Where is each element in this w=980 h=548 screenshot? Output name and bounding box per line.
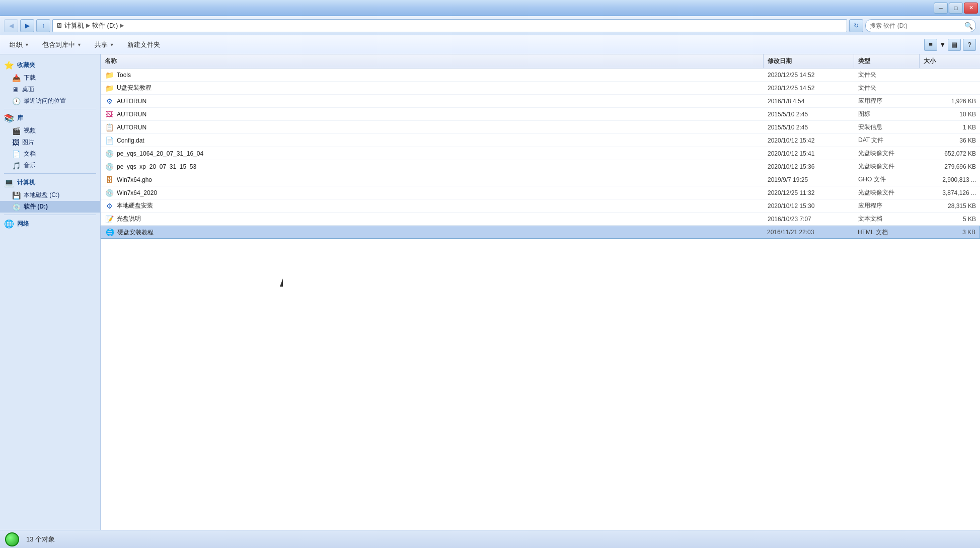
file-date-cell: 2016/11/21 22:03 (763, 229, 854, 236)
file-date-cell: 2020/10/12 15:42 (764, 137, 854, 144)
col-size-header[interactable]: 大小 (920, 54, 980, 68)
file-name: U盘安装教程 (117, 84, 152, 92)
file-icon: 📝 (105, 215, 114, 224)
sidebar-item-download[interactable]: 📥 下载 (0, 72, 100, 84)
file-name: Config.dat (117, 137, 144, 144)
file-name: 本地硬盘安装 (117, 201, 153, 210)
breadcrumb-computer: 计算机 (64, 21, 84, 30)
table-row[interactable]: 📁 Tools 2020/12/25 14:52 文件夹 (101, 68, 980, 82)
table-row[interactable]: 💿 pe_yqs_1064_20_07_31_16_04 2020/10/12 … (101, 147, 980, 160)
sidebar-item-music[interactable]: 🎵 音乐 (0, 160, 100, 171)
refresh-button[interactable]: ↻ (849, 19, 863, 32)
file-type-cell: 文件夹 (854, 84, 920, 92)
doc-label: 文档 (24, 150, 36, 158)
up-button[interactable]: ↑ (36, 19, 50, 32)
video-label: 视频 (24, 126, 36, 135)
table-row[interactable]: 📁 U盘安装教程 2020/12/25 14:52 文件夹 (101, 82, 980, 95)
file-icon: 🖼 (105, 110, 114, 119)
organize-label: 组织 (10, 40, 23, 49)
sidebar-item-video[interactable]: 🎬 视频 (0, 125, 100, 136)
file-date-cell: 2015/5/10 2:45 (764, 124, 854, 131)
computer-icon: 💻 (4, 178, 14, 187)
organize-button[interactable]: 组织 ▼ (4, 38, 35, 52)
share-button[interactable]: 共享 ▼ (89, 38, 120, 52)
file-type-cell: GHO 文件 (854, 175, 920, 184)
help-button[interactable]: ? (963, 39, 976, 51)
table-row[interactable]: 🗄 Win7x64.gho 2019/9/7 19:25 GHO 文件 2,90… (101, 173, 980, 186)
file-type-cell: 光盘映像文件 (854, 162, 920, 171)
close-button[interactable]: ✕ (964, 3, 978, 14)
file-name: Win7x64.gho (117, 176, 152, 183)
view-panel-button[interactable]: ▤ (948, 39, 961, 51)
file-name: AUTORUN (117, 98, 146, 105)
include-library-button[interactable]: 包含到库中 ▼ (37, 38, 87, 52)
sidebar-item-image[interactable]: 🖼 图片 (0, 136, 100, 148)
col-date-header[interactable]: 修改日期 (764, 54, 854, 68)
new-folder-button[interactable]: 新建文件夹 (122, 38, 166, 52)
table-row[interactable]: ⚙ AUTORUN 2016/1/8 4:54 应用程序 1,926 KB (101, 95, 980, 108)
maximize-button[interactable]: □ (949, 3, 963, 14)
col-type-header[interactable]: 类型 (854, 54, 920, 68)
table-row[interactable]: 📄 Config.dat 2020/10/12 15:42 DAT 文件 36 … (101, 134, 980, 147)
recent-label: 最近访问的位置 (24, 97, 66, 105)
table-row[interactable]: 🖼 AUTORUN 2015/5/10 2:45 图标 10 KB (101, 108, 980, 121)
sidebar-item-recent[interactable]: 🕐 最近访问的位置 (0, 95, 100, 107)
table-row[interactable]: 🌐 硬盘安装教程 2016/11/21 22:03 HTML 文档 3 KB (101, 226, 980, 239)
view-button[interactable]: ≡ (924, 39, 937, 51)
table-row[interactable]: 💿 Win7x64_2020 2020/12/25 11:32 光盘映像文件 3… (101, 186, 980, 199)
addressbar: ◀ ▶ ↑ 🖥 计算机 ▶ 软件 (D:) ▶ ↻ 🔍 (0, 16, 980, 35)
view-arrow[interactable]: ▼ (939, 41, 946, 48)
file-name-cell: 📁 Tools (101, 71, 764, 80)
file-type-cell: DAT 文件 (854, 136, 920, 145)
file-name-cell: 🖼 AUTORUN (101, 110, 764, 119)
doc-icon: 📄 (12, 150, 21, 158)
file-date-cell: 2020/10/12 15:36 (764, 163, 854, 170)
computer-icon: 🖥 (56, 22, 62, 29)
recent-icon: 🕐 (12, 97, 21, 105)
search-input[interactable] (865, 19, 976, 32)
status-count: 13 个对象 (26, 535, 55, 544)
sidebar-item-doc[interactable]: 📄 文档 (0, 148, 100, 160)
table-row[interactable]: 📝 光盘说明 2016/10/23 7:07 文本文档 5 KB (101, 213, 980, 226)
download-icon: 📥 (12, 74, 21, 82)
favorites-label: 收藏夹 (17, 61, 35, 70)
file-icon: 💿 (105, 149, 114, 158)
library-header[interactable]: 📚 库 (0, 111, 100, 125)
network-section: 🌐 网络 (0, 217, 100, 231)
forward-button[interactable]: ▶ (20, 19, 34, 32)
table-row[interactable]: ⚙ 本地硬盘安装 2020/10/12 15:30 应用程序 28,315 KB (101, 199, 980, 213)
status-logo-circle (5, 532, 19, 546)
file-name-cell: 💿 pe_yqs_xp_20_07_31_15_53 (101, 162, 764, 171)
address-path[interactable]: 🖥 计算机 ▶ 软件 (D:) ▶ (52, 19, 847, 32)
sidebar-item-software-d[interactable]: 💿 软件 (D:) (0, 201, 100, 213)
network-icon: 🌐 (4, 219, 14, 229)
table-row[interactable]: 📋 AUTORUN 2015/5/10 2:45 安装信息 1 KB (101, 121, 980, 134)
network-header[interactable]: 🌐 网络 (0, 217, 100, 231)
sidebar-item-local-c[interactable]: 💾 本地磁盘 (C:) (0, 189, 100, 201)
toolbar-right: ≡ ▼ ▤ ? (924, 39, 976, 51)
file-name: 硬盘安装教程 (117, 228, 154, 237)
favorites-header[interactable]: ⭐ 收藏夹 (0, 58, 100, 72)
file-name-cell: 📋 AUTORUN (101, 123, 764, 132)
column-headers: 名称 修改日期 类型 大小 (101, 54, 980, 68)
file-size-cell: 1,926 KB (920, 98, 980, 105)
file-icon: 📁 (105, 71, 114, 80)
file-icon: 💿 (105, 162, 114, 171)
file-type-cell: 图标 (854, 110, 920, 118)
file-type-cell: 文本文档 (854, 215, 920, 223)
sidebar-item-desktop[interactable]: 🖥 桌面 (0, 84, 100, 95)
computer-header[interactable]: 💻 计算机 (0, 176, 100, 189)
table-row[interactable]: 💿 pe_yqs_xp_20_07_31_15_53 2020/10/12 15… (101, 160, 980, 173)
file-name: AUTORUN (117, 124, 146, 131)
col-name-header[interactable]: 名称 (101, 54, 764, 68)
breadcrumb-sep1: ▶ (86, 22, 90, 29)
back-button[interactable]: ◀ (4, 19, 18, 32)
share-label: 共享 (95, 40, 108, 49)
network-label: 网络 (17, 220, 29, 228)
breadcrumb-sep2: ▶ (120, 22, 124, 29)
file-type-cell: 应用程序 (854, 201, 920, 210)
file-name-cell: 🌐 硬盘安装教程 (101, 228, 763, 237)
file-date-cell: 2020/10/12 15:41 (764, 150, 854, 157)
minimize-button[interactable]: ─ (934, 3, 948, 14)
file-type-cell: 光盘映像文件 (854, 149, 920, 158)
